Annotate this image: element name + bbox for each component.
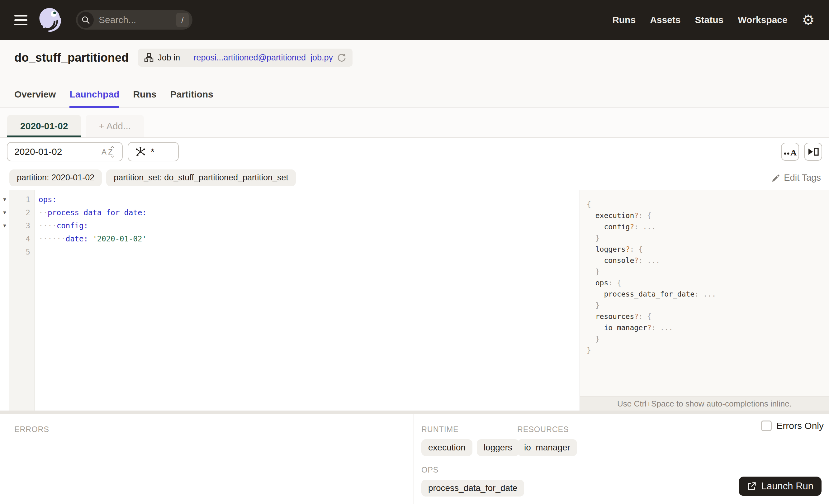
line-number: 3 [9,219,35,232]
schema-line: } [587,266,829,277]
menu-icon[interactable] [14,15,27,25]
tag-chip: partition_set: do_stuff_partitioned_part… [106,170,296,186]
page-title: do_stuff_partitioned [14,51,129,65]
nav-link-runs[interactable]: Runs [612,15,636,25]
svg-text:A: A [102,148,107,156]
config-schema-panel: {execution?: {config?: ...}loggers?: {co… [580,190,829,410]
schema-line: loggers?: { [587,244,829,255]
tags-row: partition: 2020-01-02partition_set: do_s… [0,166,829,190]
tab-launchpad[interactable]: Launchpad [69,89,119,108]
job-badge-prefix: Job in [157,53,180,63]
editor-buttons: A [781,143,822,161]
resources-section: RESOURCES io_manager [517,425,577,456]
schema-line: console?: ... [587,255,829,266]
schema-line: } [587,300,829,311]
edit-tags-button[interactable]: Edit Tags [771,173,822,183]
config-tab-strip: 2020-01-02+ Add... [0,108,829,138]
code-line[interactable]: ····config: [39,219,580,232]
errors-only-checkbox[interactable] [761,421,772,431]
tag-chip: partition: 2020-01-02 [9,170,102,186]
nav-links: RunsAssetsStatusWorkspace [612,15,788,25]
launch-run-button[interactable]: Launch Run [739,477,822,496]
play-into-block-icon [807,147,819,156]
code-line[interactable]: ······date: '2020-01-02' [39,232,580,246]
line-number: 5 [9,246,35,258]
search-shortcut-key: / [176,13,189,27]
tab-runs[interactable]: Runs [133,89,156,108]
search-placeholder: Search... [99,15,136,25]
config-tab-selected[interactable]: 2020-01-02 [7,115,81,137]
schema-line: ops: { [587,277,829,288]
code-line[interactable]: ··process_data_for_date: [39,206,580,219]
partition-select[interactable]: A Z [7,142,123,161]
line-number-gutter: 12345 [9,190,35,410]
job-repo-link[interactable]: __reposi...artitioned@partitioned_job.py [184,53,333,63]
svg-text:Z: Z [108,148,113,156]
tab-overview[interactable]: Overview [14,89,56,108]
top-navbar: Search... / RunsAssetsStatusWorkspace ⚙ [0,0,829,40]
external-link-icon [747,481,757,491]
code-line[interactable]: ops: [39,193,580,206]
sort-alphabetical-icon: A Z [101,145,116,158]
errors-panel: ERRORS [0,414,414,504]
page-tabs: OverviewLaunchpadRunsPartitions [14,89,213,108]
config-editor[interactable]: ▼▼▼ 12345 ops:··process_data_for_date:··… [0,190,580,410]
schema-line: config?: ... [587,221,829,232]
errors-only-toggle[interactable]: Errors Only [761,421,824,431]
config-summary-panel: RUNTIME executionloggers RESOURCES io_ma… [414,414,829,504]
line-number: 1 [9,193,35,206]
job-graph-icon [144,53,153,62]
line-number: 4 [9,232,35,246]
config-chip-loggers[interactable]: loggers [477,439,519,456]
runtime-section: RUNTIME executionloggers [421,425,517,456]
yaml-code-area[interactable]: ops:··process_data_for_date:····config:·… [35,190,580,410]
refresh-icon[interactable] [337,53,346,62]
fold-toggle-icon[interactable]: ▼ [0,206,9,219]
config-chip-execution[interactable]: execution [421,439,472,456]
config-tab-add[interactable]: + Add... [86,115,144,137]
dagster-app: Search... / RunsAssetsStatusWorkspace ⚙ … [0,0,829,504]
launchpad-controls: A Z [0,138,829,166]
fold-gutter: ▼▼▼ [0,190,9,410]
nav-link-workspace[interactable]: Workspace [738,15,788,25]
config-chip-io_manager[interactable]: io_manager [517,439,577,456]
schema-line: { [587,199,829,210]
config-chip-process_data_for_date[interactable]: process_data_for_date [421,480,524,497]
schema-line: } [587,333,829,345]
nav-link-assets[interactable]: Assets [650,15,680,25]
job-badge: Job in __reposi...artitioned@partitioned… [138,48,353,67]
dagster-logo[interactable] [36,5,65,35]
svg-text:A: A [790,148,797,156]
toggle-whitespace-button[interactable]: A [781,143,799,161]
horizontal-splitter[interactable] [0,410,829,414]
whitespace-icon: A [783,147,797,156]
pencil-icon [771,174,780,182]
errors-label: ERRORS [14,425,49,434]
schema-line: execution?: { [587,210,829,221]
partition-select-value[interactable] [14,146,101,157]
apply-config-button[interactable] [804,143,822,161]
tag-chips: partition: 2020-01-02partition_set: do_s… [9,170,296,186]
tab-partitions[interactable]: Partitions [170,89,213,108]
search-icon [77,12,94,28]
fold-toggle-icon[interactable]: ▼ [0,219,9,232]
code-line[interactable] [39,246,580,258]
op-graph-icon [135,146,146,157]
bottom-panels: ERRORS RUNTIME executionloggers RESOURCE… [0,414,829,504]
schema-line: resources?: { [587,311,829,322]
fold-toggle-icon[interactable]: ▼ [0,193,9,206]
nav-link-status[interactable]: Status [695,15,724,25]
schema-lines: {execution?: {config?: ...}loggers?: {co… [587,199,829,356]
line-number: 2 [9,206,35,219]
op-selection-input[interactable]: * [128,142,179,161]
launchpad-main: ▼▼▼ 12345 ops:··process_data_for_date:··… [0,190,829,410]
page-header: do_stuff_partitioned Job in __reposi...a… [0,40,829,108]
schema-line: io_manager?: ... [587,322,829,333]
autocomplete-hint: Use Ctrl+Space to show auto-completions … [580,396,829,410]
schema-line: process_data_for_date: ... [587,288,829,300]
schema-line: } [587,232,829,244]
settings-gear-icon[interactable]: ⚙ [802,13,815,27]
schema-line: } [587,345,829,356]
search-input[interactable]: Search... / [76,10,192,30]
op-selection-value: * [151,146,154,157]
